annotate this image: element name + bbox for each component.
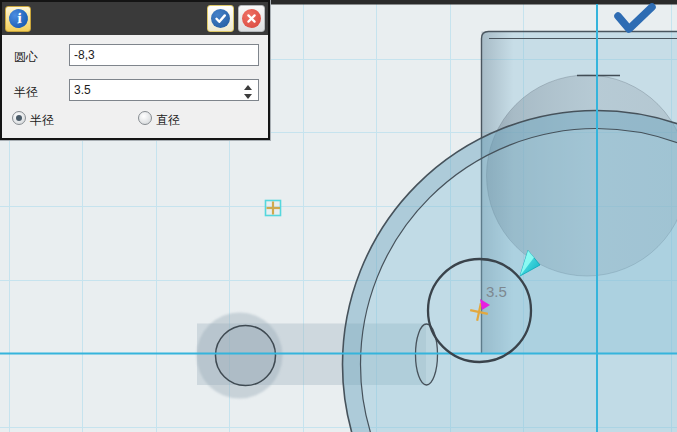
circle-parameters-dialog: i 圆心 半径 半径 直径 [0,0,270,140]
radius-field-label: 半径 [14,84,38,101]
spinner-up-icon[interactable] [244,85,252,90]
info-icon: i [7,7,30,30]
center-field-label: 圆心 [14,49,38,66]
spinner-down-icon[interactable] [244,94,252,99]
large-cylinder-face [343,111,677,432]
origin-marker-icon[interactable] [266,201,281,216]
radio-radius[interactable] [12,111,26,125]
radius-input[interactable] [69,79,259,101]
x-icon [242,9,261,28]
center-input[interactable] [69,44,259,66]
close-button[interactable] [238,5,265,32]
radio-radius-label: 半径 [30,112,54,129]
confirm-button[interactable] [207,5,234,32]
finish-sketch-checkmark-icon[interactable] [618,7,652,29]
dialog-titlebar: i [2,2,268,35]
info-button[interactable]: i [5,6,31,32]
radio-diameter[interactable] [138,111,152,125]
radius-spinner[interactable] [241,83,255,101]
cad-sketch-window: 3.5 i [0,0,677,432]
boss-inner-circle [216,326,276,386]
radio-diameter-label: 直径 [156,112,180,129]
check-icon [211,9,230,28]
radius-dimension-label: 3.5 [486,283,507,300]
